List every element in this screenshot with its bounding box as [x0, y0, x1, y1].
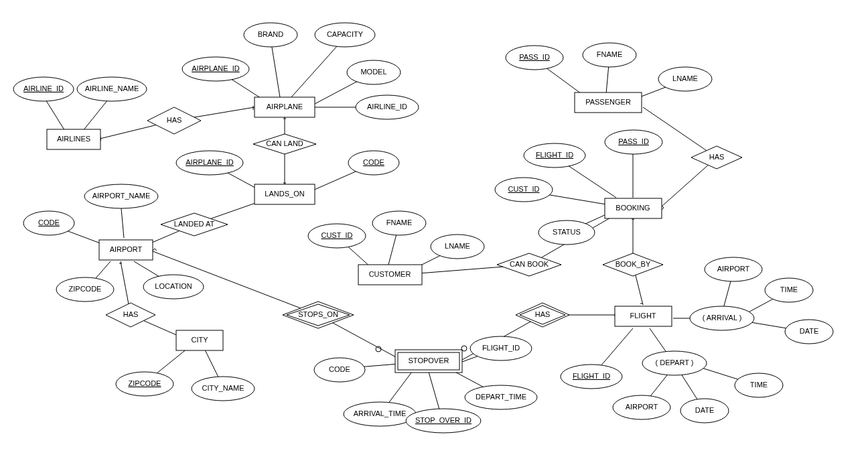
attr-pass-id-label: PASS_ID [618, 137, 649, 145]
attr-airplane-id-label: AIRPLANE_ID [192, 64, 240, 72]
rel-has-stopover-label: HAS [535, 310, 551, 318]
svg-point-58 [461, 346, 467, 351]
attr-airline-name-label: AIRLINE_NAME [85, 84, 139, 92]
entity-city-label: CITY [191, 336, 208, 344]
attr-fname2-label: FNAME [597, 50, 623, 58]
attr-zipcode-label: ZIPCODE [69, 285, 102, 293]
entity-passenger-label: PASSENGER [585, 98, 631, 106]
rel-stops-on-label: STOPS_ON [298, 310, 338, 318]
svg-line-1 [80, 96, 111, 134]
attr-code2-label: CODE [38, 218, 60, 226]
attr-model-label: MODEL [360, 68, 386, 76]
attr-code3-label: CODE [329, 365, 350, 373]
attr-status-label: STATUS [553, 228, 581, 236]
attr-airport-name-label: AIRPORT_NAME [92, 192, 151, 200]
er-diagram: AIRLINE_ID AIRLINE_NAME AIRPLANE_ID BRAN… [0, 0, 868, 461]
attr-flight-id3-label: FLIGHT_ID [482, 344, 520, 352]
attr-flight-id2-label: FLIGHT_ID [573, 372, 610, 380]
rel-book-by-label: BOOK_BY [616, 260, 651, 268]
entity-airport-label: AIRPORT [110, 245, 143, 253]
svg-line-0 [44, 96, 67, 134]
entity-stopover-label: STOPOVER [409, 356, 449, 365]
attr-airline-id2-label: AIRLINE_ID [367, 103, 407, 111]
attr-flight-id-label: FLIGHT_ID [536, 151, 573, 159]
attr-date-a-label: DATE [800, 327, 819, 335]
attr-city-name-label: CITY_NAME [202, 384, 244, 392]
rel-has-passenger-label: HAS [709, 153, 725, 161]
attr-capacity-label: CAPACITY [327, 30, 364, 38]
attr-airport-a-label: AIRPORT [717, 265, 750, 273]
svg-line-5 [271, 39, 280, 97]
entity-flight-label: FLIGHT [630, 312, 656, 320]
attr-location-label: LOCATION [155, 282, 192, 290]
attr-arrival-label: ( ARRIVAL ) [703, 314, 742, 322]
attr-lname2-label: LNAME [672, 74, 698, 82]
attr-zipcode2-label: ZIPCODE [129, 379, 161, 387]
attr-lname-label: LNAME [445, 242, 470, 250]
entity-lands-on-label: LANDS_ON [265, 190, 304, 198]
attr-code-label: CODE [363, 158, 384, 166]
attr-depart-time-label: DEPART_TIME [476, 393, 526, 401]
entity-airplane-label: AIRPLANE [267, 103, 303, 111]
attr-time-a-label: TIME [780, 285, 798, 293]
attr-depart-label: ( DEPART ) [656, 358, 694, 367]
attr-arrival-time-label: ARRIVAL_TIME [354, 409, 407, 417]
attr-date-d-label: DATE [695, 406, 715, 414]
rel-landed-at-label: LANDED AT [174, 220, 215, 228]
rel-can-book-label: CAN BOOK [510, 260, 549, 268]
entity-customer-label: CUSTOMER [369, 270, 411, 278]
svg-line-6 [291, 39, 344, 97]
entity-booking-label: BOOKING [616, 204, 650, 212]
attr-brand-label: BRAND [258, 30, 284, 38]
rel-has-city-label: HAS [123, 310, 139, 318]
attr-pass-id2-label: PASS_ID [519, 53, 550, 61]
attr-cust-id2-label: CUST_ID [508, 185, 539, 193]
attr-fname-label: FNAME [386, 218, 413, 226]
attr-airplane-id2-label: AIRPLANE_ID [186, 158, 234, 166]
attr-cust-id-label: CUST_ID [321, 231, 352, 239]
entity-airlines-label: AIRLINES [57, 135, 90, 143]
attr-stop-over-id-label: STOP_OVER_ID [415, 416, 472, 424]
attr-time-d-label: TIME [750, 381, 768, 389]
attr-airport-d-label: AIRPORT [626, 403, 658, 411]
attr-airline-id-label: AIRLINE_ID [23, 84, 64, 92]
rel-has-airlines-label: HAS [167, 116, 182, 124]
rel-can-land-label: CAN LAND [266, 139, 303, 147]
